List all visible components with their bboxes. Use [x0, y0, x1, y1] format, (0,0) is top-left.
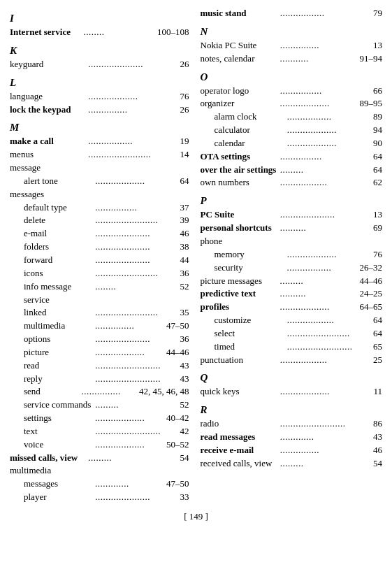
- entry-page: 13: [360, 208, 382, 222]
- entry-page: 52: [167, 280, 189, 307]
- index-entry: lock the keypad...............26: [10, 103, 189, 117]
- index-entry: alert tone...................64: [10, 175, 189, 188]
- entry-dots: .....................: [94, 333, 166, 346]
- index-entry: radio.........................86: [201, 417, 383, 431]
- entry-page: 43: [167, 359, 189, 373]
- entry-dots: .........................: [94, 359, 166, 373]
- entry-page: 76: [360, 248, 382, 261]
- entry-label: options: [24, 333, 94, 346]
- index-entry: info message service........52: [10, 280, 189, 307]
- index-entry: e-mail.....................46: [10, 227, 189, 241]
- index-entry: menus........................14: [10, 148, 189, 162]
- index-entry: customize..................64: [201, 314, 383, 327]
- entry-page: 91–94: [360, 52, 383, 66]
- index-entry: keyguard.....................26: [10, 58, 189, 71]
- index-entry: operator logo................66: [201, 85, 383, 98]
- section-letter-q: Q: [201, 372, 383, 384]
- entry-label: profiles: [201, 301, 279, 314]
- entry-label: settings: [24, 412, 94, 425]
- entry-label: organizer: [201, 97, 279, 110]
- index-entry: options.....................36: [10, 333, 189, 346]
- entry-label: receive e-mail: [201, 444, 279, 457]
- entry-page: 42: [167, 425, 189, 438]
- index-entry: service commands.........52: [10, 399, 189, 412]
- entry-page: 11: [360, 385, 382, 399]
- page-number: [ 149 ]: [184, 511, 208, 522]
- index-entry: over the air settings.........64: [201, 164, 383, 177]
- entry-dots: ...............: [94, 320, 166, 333]
- entry-dots: ........................: [94, 306, 166, 320]
- entry-label: punctuation: [201, 354, 279, 367]
- entry-dots: ...............: [279, 444, 360, 457]
- entry-page: 89: [360, 110, 382, 124]
- index-entry: folders.....................38: [10, 241, 189, 254]
- entry-page: 26–32: [360, 261, 383, 275]
- section-letter-o: O: [201, 71, 383, 83]
- entry-page: 69: [360, 222, 382, 235]
- entry-label: info message service: [24, 280, 94, 307]
- entry-label: received calls, view: [201, 457, 279, 471]
- index-entry: messages.............47–50: [10, 478, 189, 491]
- index-entry: player.....................33: [10, 491, 189, 504]
- entry-dots: ...................: [87, 90, 166, 103]
- entry-page: 76: [167, 90, 189, 103]
- index-entry: timed.........................65: [201, 340, 383, 354]
- index-entry: send...............42, 45, 46, 48: [10, 385, 189, 399]
- entry-dots: .........: [279, 457, 360, 471]
- entry-label: read messages: [201, 431, 279, 444]
- entry-label: service commands: [24, 399, 94, 412]
- entry-label: security: [215, 261, 286, 275]
- entry-label: forward: [24, 254, 94, 267]
- entry-dots: .................: [87, 135, 166, 148]
- entry-page: 13: [360, 39, 382, 52]
- entry-dots: ...................: [94, 412, 166, 425]
- entry-label: notes, calendar: [201, 52, 279, 66]
- entry-label: read: [24, 359, 94, 373]
- entry-label: PC Suite: [201, 208, 279, 222]
- entry-dots: .............: [94, 478, 166, 491]
- index-entry: settings...................40–42: [10, 412, 189, 425]
- index-entry: security.................26–32: [201, 261, 383, 275]
- section-letter-r: R: [201, 404, 383, 416]
- entry-page: 35: [167, 306, 189, 320]
- entry-label: Internet service: [10, 26, 82, 39]
- index-entry: punctuation..................25: [201, 354, 383, 367]
- entry-page: 90: [360, 137, 382, 150]
- entry-dots: ...................: [286, 124, 360, 137]
- index-entry: icons........................36: [10, 267, 189, 280]
- entry-page: 24–25: [360, 287, 383, 301]
- entry-dots: ..................: [279, 176, 360, 189]
- entry-page: 52: [167, 399, 189, 412]
- index-entry: linked........................35: [10, 306, 189, 320]
- entry-dots: .................: [286, 110, 360, 124]
- entry-dots: ...........: [279, 52, 360, 66]
- entry-label: lock the keypad: [10, 103, 87, 117]
- index-entry: predictive text..........24–25: [201, 287, 383, 301]
- entry-dots: ................: [279, 150, 360, 164]
- entry-label: default type: [24, 201, 94, 215]
- entry-label: player: [24, 491, 94, 504]
- entry-label: send: [24, 385, 80, 399]
- entry-dots: ........................: [286, 327, 360, 340]
- index-entry: multimedia: [10, 464, 189, 478]
- entry-dots: ................: [94, 201, 166, 215]
- entry-label: phone: [201, 235, 383, 248]
- entry-dots: ........................: [94, 214, 166, 227]
- index-entry: missed calls, view.........54: [10, 452, 189, 465]
- entry-page: 89–95: [360, 97, 383, 110]
- section-letter-n: N: [201, 26, 383, 38]
- index-entry: calculator...................94: [201, 124, 383, 137]
- entry-label: delete: [24, 214, 94, 227]
- section-letter-i: I: [10, 13, 189, 24]
- entry-dots: ........: [82, 26, 158, 39]
- entry-label: language: [10, 90, 87, 103]
- entry-page: 19: [167, 135, 189, 148]
- entry-page: 54: [167, 452, 189, 465]
- section-letter-m: M: [10, 122, 189, 134]
- index-entry: receive e-mail...............46: [201, 444, 383, 457]
- entry-label: picture messages: [201, 275, 279, 288]
- index-entry: reply.........................43: [10, 373, 189, 386]
- index-entry: read.........................43: [10, 359, 189, 373]
- entry-label: predictive text: [201, 287, 279, 301]
- entry-page: 40–42: [166, 412, 189, 425]
